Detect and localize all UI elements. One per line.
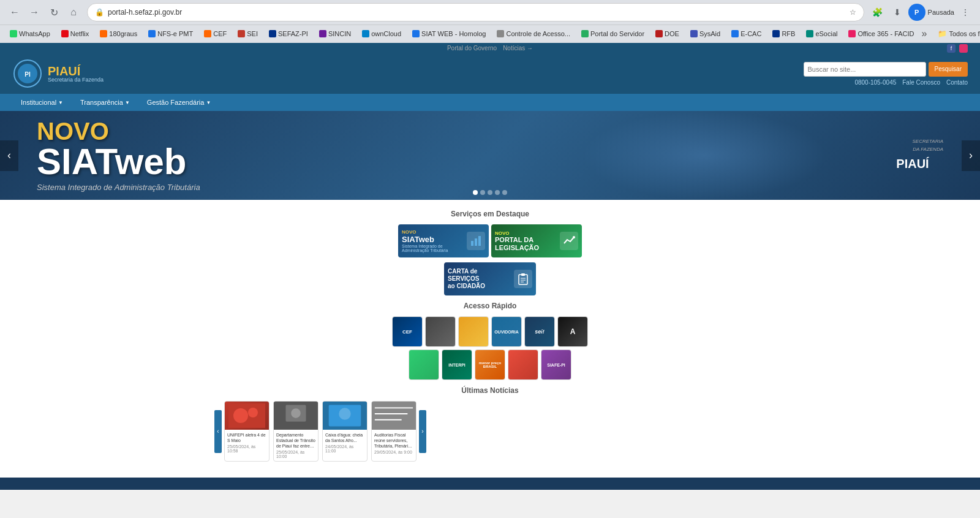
bookmark-sei[interactable]: SEI: [234, 29, 262, 39]
office365-favicon: [848, 30, 856, 37]
doe-favicon: [655, 30, 663, 37]
hero-prev-button[interactable]: ‹: [0, 140, 18, 171]
facebook-icon[interactable]: f: [947, 44, 956, 53]
quick-cef[interactable]: CEF: [392, 316, 423, 347]
news-next-button[interactable]: ›: [419, 410, 426, 453]
bookmark-owncloud[interactable]: ownCloud: [358, 29, 405, 39]
news-card-1[interactable]: UNIFEPI aletra 4 de S Maio 25/05/2024, à…: [224, 401, 270, 462]
bookmark-doe[interactable]: DOE: [652, 29, 683, 39]
dot-5[interactable]: [502, 190, 507, 195]
news-card-3[interactable]: Caixa d'água: cheia da Santos Afro... 24…: [322, 401, 368, 462]
quick-policia[interactable]: [409, 349, 439, 380]
nav-institucional[interactable]: Institucional ▼: [12, 94, 72, 111]
siatweb-novo-label: NOVO: [402, 229, 463, 235]
carta-card-icon: [514, 270, 532, 288]
news-card-2[interactable]: Departamento Estadual de Trânsito de Pia…: [273, 401, 318, 462]
news-card-4[interactable]: Auditorias Fiscal reúne servidores, Trib…: [371, 401, 417, 462]
bookmark-ecac[interactable]: E-CAC: [728, 29, 765, 39]
bookmarks-more[interactable]: »: [922, 28, 927, 39]
siatweb-favicon: [412, 30, 420, 37]
forward-button[interactable]: →: [26, 4, 43, 21]
dot-2[interactable]: [480, 190, 485, 195]
bookmark-controle[interactable]: Controle de Acesso...: [493, 29, 574, 39]
page-content: Portal do Governo Notícias → f PI PIAUÍ: [0, 43, 980, 490]
star-icon: ☆: [850, 8, 856, 17]
back-button[interactable]: ←: [6, 4, 23, 21]
address-bar[interactable]: 🔒 portal-h.sefaz.pi.gov.br ☆: [87, 3, 864, 21]
search-button[interactable]: Pesquisar: [929, 62, 968, 77]
quick-menorpreco[interactable]: menor preço BRASIL: [475, 349, 505, 380]
bookmark-rfb[interactable]: RFB: [769, 29, 799, 39]
profile-button[interactable]: P: [908, 4, 925, 21]
top-link-noticias[interactable]: Notícias →: [503, 45, 533, 51]
bookmark-rfb-label: RFB: [782, 30, 795, 37]
legislacao-service-card[interactable]: NOVO PORTAL DALEGISLAÇÃO: [491, 224, 582, 257]
quick-ouvidoria[interactable]: OUVIDORIA: [491, 316, 522, 347]
news-date-1: 25/05/2024, às 10:58: [227, 444, 266, 453]
dot-4[interactable]: [495, 190, 500, 195]
contato-link[interactable]: Contato: [946, 79, 968, 86]
bookmark-esocial[interactable]: eSocial: [802, 29, 841, 39]
bar-chart-icon: [563, 235, 575, 247]
quick-menorpreco-label: menor preço BRASIL: [475, 360, 505, 370]
siatweb-service-card[interactable]: NOVO SIATweb Sistema Integrado de Admini…: [398, 224, 489, 257]
quick-item-3[interactable]: [458, 316, 489, 347]
logo-text-area: PIAUÍ Secretaria da Fazenda: [48, 65, 104, 83]
hero-novo-label: NOVO: [37, 119, 200, 143]
bookmark-office365[interactable]: Office 365 - FACID: [845, 29, 918, 39]
nav-transparencia[interactable]: Transparência ▼: [72, 94, 138, 111]
home-button[interactable]: ⌂: [65, 4, 82, 21]
carta-service-card[interactable]: CARTA de SERVIÇOS ao CIDADÃO: [444, 262, 536, 295]
bookmark-sincin[interactable]: SINCIN: [315, 29, 355, 39]
bookmark-whatsapp[interactable]: WhatsApp: [6, 29, 54, 39]
news-prev-button[interactable]: ‹: [214, 410, 222, 453]
nav-transparencia-arrow: ▼: [125, 100, 130, 105]
reload-button[interactable]: ↻: [45, 4, 62, 21]
quick-item-2[interactable]: [425, 316, 456, 347]
dot-3[interactable]: [488, 190, 492, 195]
bookmark-sefazpi[interactable]: SEFAZ-PI: [265, 29, 312, 39]
news-img-4-svg: [372, 402, 416, 430]
bookmark-180graus[interactable]: 180graus: [96, 29, 141, 39]
instagram-icon[interactable]: [959, 44, 968, 53]
download-button[interactable]: ⬇: [889, 4, 906, 21]
sincin-favicon: [319, 30, 326, 37]
hero-content: NOVO SIATweb Sistema Integrado de Admini…: [0, 111, 980, 200]
svg-rect-6: [478, 236, 481, 246]
quick-item-6[interactable]: A: [557, 316, 588, 347]
lock-icon: 🔒: [95, 8, 104, 17]
news-date-2: 25/05/2024, às 10:00: [276, 450, 315, 459]
bookmark-all-favorites[interactable]: 📁 Todos os favoritos: [934, 28, 980, 39]
tel-number: 0800-105-0045: [854, 79, 896, 86]
extensions-button[interactable]: 🧩: [869, 4, 886, 21]
quick-interpi[interactable]: INTERPI: [442, 349, 472, 380]
menu-button[interactable]: ⋮: [957, 4, 974, 21]
bookmark-nfspmt[interactable]: NFS-e PMT: [145, 29, 197, 39]
hero-next-button[interactable]: ›: [962, 140, 980, 171]
quick-item-10[interactable]: [508, 349, 538, 380]
quick-interpi-label: INTERPI: [447, 362, 467, 368]
nav-institucional-label: Institucional: [21, 99, 56, 106]
profile-name: Pausada: [928, 9, 954, 16]
search-input[interactable]: [804, 62, 926, 77]
svg-point-14: [233, 408, 248, 423]
quick-siafe[interactable]: SIAFE-PI: [541, 349, 571, 380]
bookmark-sysaid[interactable]: SysAid: [687, 29, 724, 39]
browser-toolbar: ← → ↻ ⌂ 🔒 portal-h.sefaz.pi.gov.br ☆ 🧩 ⬇…: [0, 0, 980, 25]
quick-siafe-label: SIAFE-PI: [546, 362, 567, 368]
top-link-portal[interactable]: Portal do Governo: [447, 45, 497, 51]
quick-sei[interactable]: sei!: [524, 316, 555, 347]
quick-item-10-label: [522, 364, 524, 366]
bookmark-servidor[interactable]: Portal do Servidor: [578, 29, 648, 39]
bookmark-netflix[interactable]: Netflix: [58, 29, 93, 39]
carta-row: CARTA de SERVIÇOS ao CIDADÃO: [214, 260, 766, 295]
dot-1[interactable]: [473, 190, 478, 195]
nav-gestao[interactable]: Gestão Fazendária ▼: [138, 94, 219, 111]
fale-conosco-link[interactable]: Fale Conosco: [902, 79, 940, 86]
bookmark-siatweb[interactable]: SIAT WEB - Homolog: [409, 29, 489, 39]
slider-dots: [473, 190, 507, 195]
bookmark-cef[interactable]: CEF: [200, 29, 230, 39]
netflix-favicon: [61, 30, 69, 37]
news-title-4: Auditorias Fiscal reúne servidores, Trib…: [374, 432, 413, 449]
controle-favicon: [497, 30, 504, 37]
